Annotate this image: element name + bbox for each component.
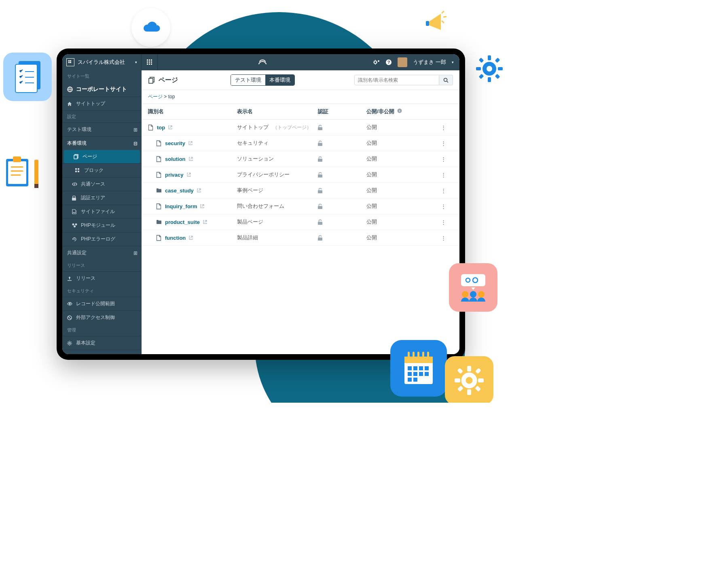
site-list-label: サイト一覧 (62, 70, 142, 82)
code-icon (72, 182, 78, 186)
svg-rect-31 (417, 352, 419, 358)
sidebar-item-basic-settings[interactable]: 基本設定 (62, 336, 142, 350)
pages-icon (74, 154, 79, 159)
row-visibility: 公開 (366, 203, 435, 210)
sidebar-item-site-file[interactable]: サイトファイル (62, 205, 142, 218)
env-toggle: テスト環境 本番環境 (231, 74, 295, 86)
row-menu-button[interactable]: ⋮ (435, 235, 451, 241)
svg-rect-57 (147, 59, 148, 61)
sidebar-item-auth-area[interactable]: 認証エリア (62, 191, 142, 205)
settings-icon[interactable] (372, 59, 380, 65)
globe-icon (67, 87, 73, 92)
row-menu-button[interactable]: ⋮ (435, 156, 451, 162)
site-title[interactable]: コーポレートサイト (62, 82, 142, 97)
sidebar-item-block[interactable]: ブロック (62, 163, 142, 177)
breadcrumb-current: top (168, 94, 175, 99)
col-visibility: 公開/非公開 i (366, 108, 435, 115)
col-auth: 認証 (318, 108, 366, 115)
breadcrumb-root[interactable]: ページ (148, 94, 163, 99)
row-menu-button[interactable]: ⋮ (435, 140, 451, 146)
help-icon[interactable]: ? (385, 59, 392, 65)
row-display: プライバシーポリシー (237, 171, 318, 178)
row-id-link[interactable]: product_suite (165, 219, 200, 225)
table-row[interactable]: topサイトトップ（トップページ）公開⋮ (142, 120, 459, 135)
row-menu-button[interactable]: ⋮ (435, 172, 451, 178)
search-input[interactable] (354, 75, 439, 85)
svg-rect-75 (75, 168, 77, 170)
svg-rect-47 (455, 378, 460, 382)
sidebar-item-prod-env[interactable]: 本番環境 ⊟ (62, 136, 142, 150)
env-test-button[interactable]: テスト環境 (231, 75, 265, 85)
row-id-link[interactable]: top (157, 125, 165, 131)
external-link-icon[interactable] (200, 204, 204, 208)
upload-icon (67, 276, 73, 281)
page-table: 識別名 表示名 認証 公開/非公開 i topサイトトップ（トップページ）公開⋮… (142, 104, 459, 354)
svg-rect-16 (8, 161, 26, 184)
brand-selector[interactable]: スパイラル株式会社 ▾ (62, 54, 142, 70)
svg-rect-9 (479, 74, 484, 79)
sidebar-item-site-admin[interactable]: サイト管理者 (62, 350, 142, 354)
sidebar-item-site-top[interactable]: サイトトップ (62, 97, 142, 110)
settings-section-label: 設定 (62, 110, 142, 122)
sidebar-item-php-errorlog[interactable]: PHPエラーログ (62, 232, 142, 246)
info-icon[interactable]: i (397, 108, 402, 114)
sidebar-item-test-env[interactable]: テスト環境 ⊞ (62, 122, 142, 136)
search-button[interactable] (439, 75, 453, 85)
row-menu-button[interactable]: ⋮ (435, 219, 451, 225)
row-menu-button[interactable]: ⋮ (435, 125, 451, 131)
breadcrumb-sep: > (164, 94, 168, 99)
row-visibility: 公開 (366, 124, 435, 131)
svg-rect-51 (475, 368, 481, 374)
home-icon (67, 101, 73, 106)
svg-point-26 (478, 291, 485, 298)
table-row[interactable]: securityセキュリティ公開⋮ (142, 135, 459, 151)
sidebar-item-release[interactable]: リリース (62, 271, 142, 285)
row-menu-button[interactable]: ⋮ (435, 188, 451, 194)
svg-rect-77 (75, 171, 77, 172)
row-id-link[interactable]: case_study (165, 188, 194, 194)
sidebar-item-php-module[interactable]: PHPモジュール (62, 218, 142, 232)
svg-text:?: ? (387, 60, 390, 65)
sidebar-item-external-access[interactable]: 外部アクセス制御 (62, 310, 142, 324)
env-prod-button[interactable]: 本番環境 (265, 75, 294, 85)
row-id-link[interactable]: solution (165, 156, 186, 162)
app-switcher-button[interactable] (142, 54, 158, 70)
row-id-link[interactable]: privacy (165, 172, 184, 178)
external-link-icon[interactable] (197, 188, 201, 192)
sidebar-item-record-scope[interactable]: レコード公開範囲 (62, 297, 142, 310)
row-visibility: 公開 (366, 155, 435, 163)
plus-icon: ⊞ (133, 127, 138, 133)
sidebar-item-shared-settings[interactable]: 共通設定 ⊞ (62, 246, 142, 260)
table-row[interactable]: product_suite製品ページ公開⋮ (142, 214, 459, 230)
svg-rect-5 (498, 67, 503, 70)
svg-rect-42 (408, 378, 412, 382)
page-title: ページ (148, 76, 178, 84)
sidebar-item-page[interactable]: ページ (64, 150, 140, 163)
external-link-icon[interactable] (168, 125, 172, 129)
username[interactable]: うずまき 一郎 (413, 59, 446, 66)
table-row[interactable]: solutionソリューション公開⋮ (142, 151, 459, 167)
external-link-icon[interactable] (203, 220, 207, 224)
table-row[interactable]: Inquiry_form問い合わせフォーム公開⋮ (142, 199, 459, 214)
svg-rect-33 (427, 352, 429, 358)
content-area: ページ テスト環境 本番環境 ページ > (142, 70, 459, 354)
svg-rect-46 (467, 389, 471, 395)
row-menu-button[interactable]: ⋮ (435, 203, 451, 209)
svg-rect-38 (408, 372, 412, 376)
table-row[interactable]: case_study事例ページ公開⋮ (142, 183, 459, 199)
folder-icon (156, 220, 162, 224)
table-row[interactable]: function製品詳細公開⋮ (142, 230, 459, 246)
row-id-link[interactable]: security (165, 140, 185, 146)
external-link-icon[interactable] (189, 236, 193, 240)
lock-icon (72, 196, 78, 201)
table-row[interactable]: privacyプライバシーポリシー公開⋮ (142, 167, 459, 183)
external-link-icon[interactable] (187, 173, 191, 177)
sidebar-item-common-source[interactable]: 共通ソース (62, 177, 142, 191)
gear-card-icon (445, 356, 493, 403)
external-link-icon[interactable] (188, 141, 193, 145)
row-id-link[interactable]: Inquiry_form (165, 203, 197, 209)
external-link-icon[interactable] (189, 157, 193, 161)
svg-rect-65 (151, 63, 152, 65)
user-avatar[interactable] (398, 57, 407, 67)
row-id-link[interactable]: function (165, 235, 186, 241)
